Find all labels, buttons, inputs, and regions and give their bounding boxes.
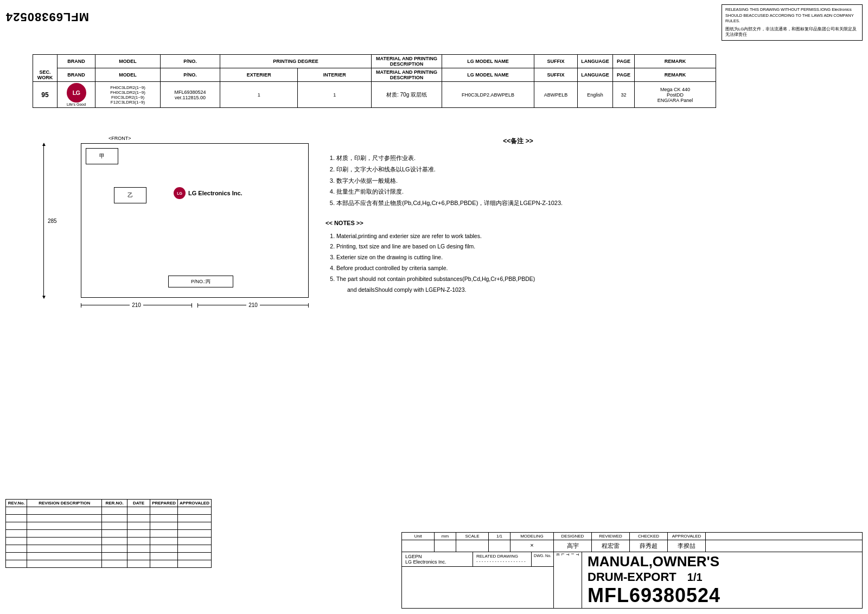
header-pno2: P/NO. [161,68,220,82]
en-note-1: Material,printing and exterier size are … [336,232,711,241]
rev-row-5 [6,538,212,545]
header-remark2: REMARK [635,68,716,82]
tb-title-area: TITLE MANUAL,OWNER'S DRUM-EXPORT 1/1 MFL… [554,552,862,608]
cn-notes-title: <<备注 >> [326,136,711,146]
tb-row-unit: Unit mm SCALE 1/1 MODELING DESIGNED REVI… [402,533,862,540]
title-block: Unit mm SCALE 1/1 MODELING DESIGNED REVI… [401,532,863,609]
lg-logo-circle: LG [67,83,86,103]
cn-note-1: 材质，印刷，尺寸参照作业表. [336,153,711,163]
tb-designed: DESIGNED [554,533,592,540]
rev-header-rerno: RER.NO. [102,500,127,507]
tb-person-designed: 高宇 [554,540,592,552]
data-page: 32 [613,82,635,108]
rev-row-8 [6,560,212,568]
rev-header-approvaled: APPROVALED [178,500,212,507]
header-remark: REMARK [635,55,716,68]
drawing-box: 甲 乙 LG LG Electronics Inc. P/NO.:丙 210 [81,143,309,308]
tb-approvaled: APPROVALED [668,533,706,540]
header-lgmodel: LG MODEL NAME [442,55,534,68]
header-matdesc2: MATERIAL AND PRINTING DESCRIPTION [372,68,442,82]
header-page: PAGE [613,55,635,68]
cn-note-2: 印刷，文字大小和线条以LG设计基准. [336,164,711,175]
tb-sub-title: DRUM-EXPORT [588,570,676,584]
data-sec: 95 [33,82,58,108]
tb-person-approvaled: 李揆喆 [668,540,706,552]
header-printing: PRINTING DEGREE [220,55,372,68]
header-sec: SEC.WORK [33,55,58,82]
drawing-container: MFL69380524 RELEASING THIS DRAWING WITHO… [0,0,868,614]
drawing-area: <FRONT> ▲ ▼ 285 甲 乙 LG LG Electron [33,136,304,308]
header-exterior: EXTERIER [220,68,298,82]
tb-main-title: MANUAL,OWNER'S [588,553,857,570]
tb-row-persons: × 高宇 程宏雷 薛秀超 李揆喆 [402,540,862,552]
data-model: FH0C3LDR2(1~9) FH0C3LDR2(1~9) FI0C3LDR2(… [95,82,161,108]
disclaimer-cn: 图纸为LG内部文件，非法流通将，和图标复印品集团公司有关限定及无法律责任 [725,27,859,38]
rev-header-date: DATE [127,500,150,507]
header-lgmodel2: LG MODEL NAME [442,68,534,82]
cn-note-4: 批量生产前取的设计限度. [336,187,711,197]
drawing-outer: 甲 乙 LG LG Electronics Inc. P/NO.:丙 [81,143,309,298]
tb-related: RELATED DRAWING - - - - - - - - - - - - … [473,552,531,566]
header-interier: INTERIER [298,68,372,82]
header-suffix: SUFFIX [534,55,578,68]
rev-row-4 [6,530,212,538]
tb-row-main: LGEPN LG Electronics Inc. RELATED DRAWIN… [402,552,862,608]
tb-page-fraction: 1/1 [687,571,703,584]
drawing-label-jia: 甲 [86,148,118,164]
lg-small-logo: LG [174,187,186,199]
tb-dwgno: DWG. No. [531,552,553,566]
disclaimer-en: RELEASING THIS DRAWING WITHOUT PERMISS.I… [725,7,859,24]
header-lang2: LANGUAGE [578,68,613,82]
rev-row-3 [6,522,212,530]
data-pno: MFL69380524 ver.112815.00 [161,82,220,108]
cn-notes: 材质，印刷，尺寸参照作业表. 印刷，文字大小和线条以LG设计基准. 数字大小依据… [326,153,711,208]
tb-checked: CHECKED [630,533,668,540]
data-suffix: ABWPELB [534,82,578,108]
rev-row-1 [6,507,212,515]
header-matdesc: MATERIAL AND PRINTING DESCRIPTION [372,55,442,68]
data-language: English [578,82,613,108]
brand-sub: Life's Good [60,103,93,106]
cn-note-3: 数字大小依据一般规格. [336,176,711,186]
data-exterior: 1 [220,82,298,108]
header-page2: PAGE [613,68,635,82]
rev-header-prepared: PREPARED [150,500,178,507]
notes-area: <<备注 >> 材质，印刷，尺寸参照作业表. 印刷，文字大小和线条以LG设计基准… [326,136,711,295]
en-note-5b: and detailsShould comply with LGEPN-Z-10… [336,285,711,295]
rev-header-desc: REVISION DESCRIPTION [27,500,102,507]
tb-person-checked: 薛秀超 [630,540,668,552]
rev-row-7 [6,553,212,560]
tb-unit-value: mm [435,533,456,540]
header-table: SEC.WORK BRAND MODEL P/NO. PRINTING DEGR… [33,54,716,108]
tb-person-reviewed: 程宏雷 [592,540,630,552]
tb-doc-number: MFL69380524 [588,584,857,607]
tb-company: LGEPN LG Electronics Inc. [402,552,473,566]
tb-unit-label: Unit [402,533,435,540]
tb-reviewed: REVIEWED [592,533,630,540]
en-note-2: Printing, tsxt size and line are based o… [336,242,711,252]
rev-header-revno: REV.No. [6,500,27,507]
header-suffix2: SUFFIX [534,68,578,82]
disclaimer-box: RELEASING THIS DRAWING WITHOUT PERMISS.I… [722,4,863,41]
en-notes-title: << NOTES >> [326,218,711,228]
data-remark: Mega CK 440 PostDD ENG/ARA Panel [635,82,716,108]
revision-table: REV.No. REVISION DESCRIPTION RER.NO. DAT… [5,499,212,568]
dim-left-value: 285 [48,218,57,223]
data-brand: LG Life's Good [58,82,95,108]
cn-note-5: 本部品不应含有禁止物质(Pb,Cd,Hg,Cr+6,PBB,PBDE)，详细内容… [336,198,711,208]
pno-label: P/NO.:丙 [168,276,233,287]
header-pno: P/NO. [161,55,220,68]
rev-row-6 [6,545,212,553]
en-note-5: The part should not contain prohibited s… [336,274,711,284]
data-matdesc: 材质: 70g 双层纸 [372,82,442,108]
tb-scale-label: SCALE [456,533,489,540]
tb-title-vert: TITLE [554,552,582,608]
header-model: MODEL [95,55,161,68]
en-note-3: Exterier size on the drawing is cutting … [336,253,711,263]
tb-scale-value: 1/1 [489,533,510,540]
front-label: <FRONT> [108,136,304,141]
header-language: LANGUAGE [578,55,613,68]
tb-person-modeling: × [510,540,554,552]
en-note-4: Before product controlled by criteria sa… [336,264,711,273]
lg-logo: LG [67,83,86,103]
